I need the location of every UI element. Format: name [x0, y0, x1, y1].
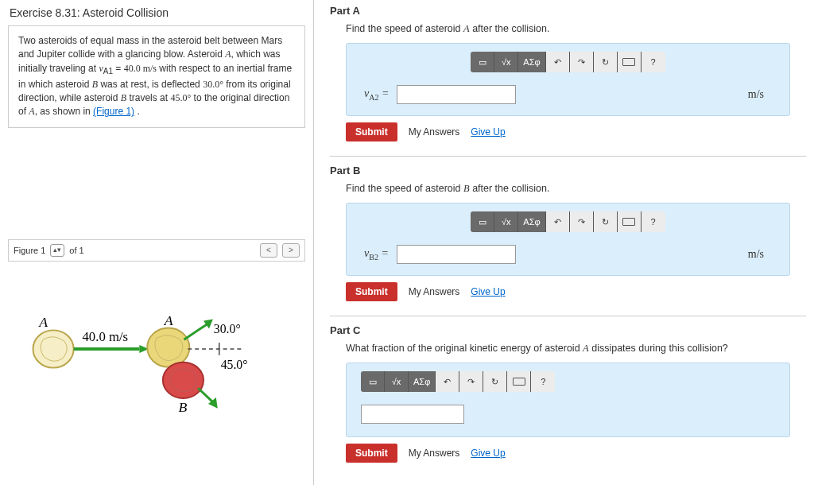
part-c-prompt: What fraction of the original kinetic en…	[330, 339, 806, 362]
undo-icon[interactable]: ↶	[546, 52, 570, 72]
part-a-toolbar: ▭ √x ΑΣφ ↶ ↷ ↻ ?	[356, 52, 780, 72]
figure-spinner[interactable]: ▴▾	[50, 244, 64, 257]
part-b-my-answers[interactable]: My Answers	[409, 286, 460, 297]
figure-prev-button[interactable]: <	[260, 243, 277, 258]
part-b-prompt: Find the speed of asteroid B after the c…	[330, 180, 806, 203]
svg-line-6	[184, 324, 207, 339]
templates-icon[interactable]: ▭	[361, 371, 385, 392]
exercise-title: Exercise 8.31: Asteroid Collision	[0, 0, 313, 25]
sqrt-icon[interactable]: √x	[494, 211, 518, 232]
part-a-answer-panel: ▭ √x ΑΣφ ↶ ↷ ↻ ? vA2 = m/s	[346, 43, 790, 116]
part-a-give-up[interactable]: Give Up	[471, 126, 505, 138]
part-c-submit-button[interactable]: Submit	[346, 444, 397, 463]
figure-label: Figure 1	[14, 246, 45, 255]
label-B: B	[179, 399, 188, 415]
reset-icon[interactable]: ↻	[483, 371, 507, 392]
part-c-input[interactable]	[361, 405, 464, 424]
svg-marker-7	[204, 319, 213, 328]
right-column: Part A Find the speed of asteroid A afte…	[314, 0, 814, 485]
part-c-answer-panel: ▭ √x ΑΣφ ↶ ↷ ↻ ?	[346, 362, 790, 437]
greek-letters-button[interactable]: ΑΣφ	[518, 52, 545, 72]
svg-point-8	[163, 362, 204, 398]
figure-of-label: of 1	[69, 246, 83, 255]
redo-icon[interactable]: ↷	[570, 211, 594, 232]
part-b-give-up[interactable]: Give Up	[471, 286, 505, 297]
part-a-submit-button[interactable]: Submit	[346, 122, 397, 142]
svg-point-0	[33, 330, 73, 367]
svg-line-9	[198, 388, 213, 402]
part-c-title: Part C	[330, 320, 806, 339]
redo-icon[interactable]: ↷	[570, 52, 594, 72]
label-A-right: A	[164, 312, 173, 328]
reset-icon[interactable]: ↻	[594, 211, 618, 232]
part-b-unit: m/s	[748, 248, 772, 261]
figure-diagram: A 40.0 m/s A 30.0° B	[8, 269, 305, 428]
part-a-prompt: Find the speed of asteroid A after the c…	[330, 20, 806, 43]
sqrt-icon[interactable]: √x	[385, 371, 409, 392]
part-b-answer-panel: ▭ √x ΑΣφ ↶ ↷ ↻ ? vB2 = m/s	[346, 203, 790, 276]
templates-icon[interactable]: ▭	[471, 52, 494, 72]
redo-icon[interactable]: ↷	[459, 371, 483, 392]
templates-icon[interactable]: ▭	[471, 211, 494, 232]
part-a-lhs: vA2 =	[364, 87, 389, 102]
figure-link[interactable]: (Figure 1)	[93, 106, 134, 117]
part-b-lhs: vB2 =	[364, 247, 389, 262]
help-icon[interactable]: ?	[531, 371, 555, 392]
undo-icon[interactable]: ↶	[436, 371, 459, 392]
velocity-label: 40.0 m/s	[82, 329, 128, 344]
part-c-give-up[interactable]: Give Up	[471, 448, 505, 459]
angle-b-label: 45.0°	[221, 357, 248, 370]
part-b-toolbar: ▭ √x ΑΣφ ↶ ↷ ↻ ?	[356, 211, 780, 232]
label-A-left: A	[38, 314, 48, 330]
keyboard-icon[interactable]	[507, 371, 531, 392]
greek-letters-button[interactable]: ΑΣφ	[518, 211, 545, 232]
help-icon[interactable]: ?	[642, 211, 665, 232]
part-b-title: Part B	[330, 160, 806, 180]
part-b-submit-button[interactable]: Submit	[346, 282, 397, 301]
sqrt-icon[interactable]: √x	[494, 52, 518, 72]
figure-next-button[interactable]: >	[282, 243, 300, 258]
part-a-title: Part A	[330, 0, 806, 20]
part-a-my-answers[interactable]: My Answers	[409, 126, 460, 138]
part-a-input[interactable]	[397, 85, 516, 104]
figure-nav-bar: Figure 1 ▴▾ of 1 < >	[8, 239, 305, 262]
help-icon[interactable]: ?	[642, 52, 665, 72]
keyboard-icon[interactable]	[618, 52, 642, 72]
part-c-toolbar: ▭ √x ΑΣφ ↶ ↷ ↻ ?	[361, 371, 780, 392]
greek-letters-button[interactable]: ΑΣφ	[409, 371, 436, 392]
part-c-my-answers[interactable]: My Answers	[409, 448, 460, 459]
part-b-input[interactable]	[397, 245, 516, 264]
undo-icon[interactable]: ↶	[546, 211, 570, 232]
keyboard-icon[interactable]	[618, 211, 642, 232]
left-column: Exercise 8.31: Asteroid Collision Two as…	[0, 0, 314, 485]
problem-statement: Two asteroids of equal mass in the aster…	[8, 25, 305, 128]
reset-icon[interactable]: ↻	[594, 52, 618, 72]
part-a-unit: m/s	[748, 88, 772, 101]
angle-a-label: 30.0°	[214, 322, 241, 335]
